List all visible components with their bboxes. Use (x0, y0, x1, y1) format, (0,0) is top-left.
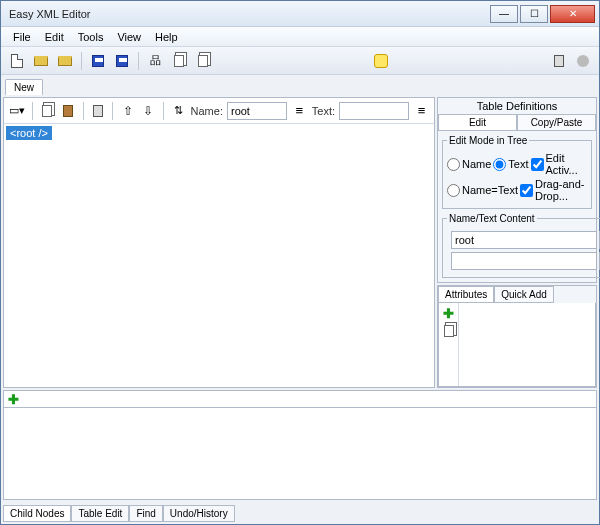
attributes-grid[interactable] (459, 303, 595, 386)
minimize-button[interactable]: — (490, 5, 518, 23)
add-node-button[interactable]: ▭▾ (8, 101, 26, 121)
attributes-body: ✚ (438, 303, 596, 387)
nametext-legend: Name/Text Content (447, 213, 537, 224)
move-up-button[interactable] (119, 101, 136, 121)
open-recent-button[interactable] (55, 51, 75, 71)
tab-quick-add[interactable]: Quick Add (494, 286, 554, 303)
paste-icon (63, 105, 73, 117)
node-name-input[interactable] (227, 102, 287, 120)
close-button[interactable]: ✕ (550, 5, 595, 23)
tree-root-node[interactable]: <root /> (6, 126, 52, 140)
add-child-button[interactable]: ✚ (8, 392, 19, 407)
delete-toolbar-button[interactable] (549, 51, 569, 71)
menubar: File Edit Tools View Help (1, 27, 599, 47)
list-icon (296, 103, 304, 118)
node-text-input[interactable] (339, 102, 409, 120)
attributes-side-toolbar: ✚ (439, 303, 459, 386)
tab-copy-paste[interactable]: Copy/Paste (517, 114, 596, 130)
upper-split: ▭▾ ⇅ Name: Text: (3, 97, 597, 388)
radio-name[interactable] (447, 158, 460, 171)
panel-title: Table Definitions (438, 98, 596, 114)
table-definitions-panel: Table Definitions Edit Copy/Paste Edit M… (437, 97, 597, 283)
trash-icon (93, 105, 103, 117)
new-file-icon (11, 54, 23, 68)
save-button[interactable] (88, 51, 108, 71)
tab-attributes[interactable]: Attributes (438, 286, 494, 303)
record-button[interactable] (573, 51, 593, 71)
record-icon (577, 55, 589, 67)
tree-view-button[interactable] (145, 51, 165, 71)
collapse-button[interactable] (169, 51, 189, 71)
copy-icon (42, 105, 52, 117)
save-all-button[interactable] (112, 51, 132, 71)
text-label: Text: (312, 105, 335, 117)
text-list-button[interactable] (413, 101, 430, 121)
lower-pane: ✚ (3, 390, 597, 500)
edit-mode-legend: Edit Mode in Tree (447, 135, 529, 146)
radio-text[interactable] (493, 158, 506, 171)
hint-button[interactable] (371, 51, 391, 71)
paste-node-button[interactable] (60, 101, 77, 121)
radio-nametext[interactable] (447, 184, 460, 197)
right-pane: Table Definitions Edit Copy/Paste Edit M… (437, 97, 597, 388)
radio-nametext-label: Name=Text (462, 184, 518, 196)
lower-content[interactable] (3, 408, 597, 500)
window-title: Easy XML Editor (9, 8, 490, 20)
tab-find[interactable]: Find (129, 505, 162, 522)
xml-tree[interactable]: <root /> (4, 124, 434, 387)
folder-icon (58, 56, 72, 66)
new-file-button[interactable] (7, 51, 27, 71)
add-attribute-button[interactable]: ✚ (443, 306, 454, 321)
maximize-button[interactable]: ☐ (520, 5, 548, 23)
menu-view[interactable]: View (111, 29, 147, 45)
checkbox-edit-activ[interactable] (531, 158, 544, 171)
menu-tools[interactable]: Tools (72, 29, 110, 45)
radio-name-label: Name (462, 158, 491, 170)
bottom-tabstrip: Child Nodes Table Edit Find Undo/History (3, 502, 597, 522)
tab-edit[interactable]: Edit (438, 114, 517, 130)
tab-table-edit[interactable]: Table Edit (71, 505, 129, 522)
menu-help[interactable]: Help (149, 29, 184, 45)
attributes-tabs: Attributes Quick Add (438, 286, 596, 303)
toolbar-separator (81, 52, 82, 70)
expand-icon (198, 55, 208, 67)
nametext-text-input[interactable] (451, 252, 597, 270)
toolbar-separator (138, 52, 139, 70)
checkbox-edit-activ-label: Edit Activ... (546, 152, 587, 176)
name-list-button[interactable] (291, 101, 308, 121)
expand-button[interactable] (193, 51, 213, 71)
tab-new[interactable]: New (5, 79, 43, 95)
copy-attribute-button[interactable] (444, 325, 454, 337)
arrow-up-icon (123, 104, 133, 118)
sort-button[interactable]: ⇅ (170, 101, 187, 121)
radio-text-label: Text (508, 158, 528, 170)
move-down-button[interactable] (140, 101, 157, 121)
menu-edit[interactable]: Edit (39, 29, 70, 45)
open-file-button[interactable] (31, 51, 51, 71)
trash-icon (554, 55, 564, 67)
menu-file[interactable]: File (7, 29, 37, 45)
nametext-name-input[interactable] (451, 231, 597, 249)
tab-undo-history[interactable]: Undo/History (163, 505, 235, 522)
editor-pane: ▭▾ ⇅ Name: Text: (3, 97, 435, 388)
sort-icon: ⇅ (174, 104, 183, 117)
titlebar: Easy XML Editor — ☐ ✕ (1, 1, 599, 27)
delete-node-button[interactable] (89, 101, 106, 121)
lightbulb-icon (374, 54, 388, 68)
nametext-fieldset: Name/Text Content ▴▾ (442, 213, 600, 278)
attributes-panel: Attributes Quick Add ✚ (437, 285, 597, 388)
app-window: Easy XML Editor — ☐ ✕ File Edit Tools Vi… (0, 0, 600, 525)
edit-mode-fieldset: Edit Mode in Tree Name Text Edit Activ..… (442, 135, 592, 209)
copy-node-button[interactable] (39, 101, 56, 121)
document-tabstrip: New (1, 75, 599, 95)
collapse-icon (174, 55, 184, 67)
tree-icon (150, 53, 161, 68)
save-all-icon (116, 55, 128, 67)
tab-child-nodes[interactable]: Child Nodes (3, 505, 71, 522)
workarea: ▭▾ ⇅ Name: Text: (1, 95, 599, 524)
checkbox-dragdrop[interactable] (520, 184, 533, 197)
definitions-tabs: Edit Copy/Paste (438, 114, 596, 131)
checkbox-dragdrop-label: Drag-and-Drop... (535, 178, 587, 202)
main-toolbar (1, 47, 599, 75)
name-label: Name: (191, 105, 223, 117)
